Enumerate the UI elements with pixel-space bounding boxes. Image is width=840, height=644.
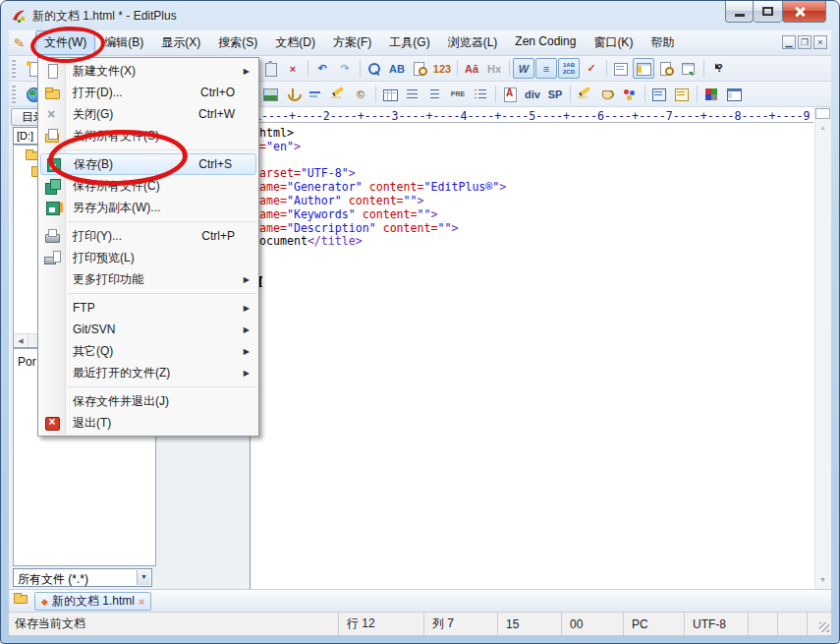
menubar-item[interactable]: 文档(D) xyxy=(266,30,324,55)
context-help-icon[interactable] xyxy=(707,58,729,79)
menubar-item[interactable]: 窗口(K) xyxy=(585,30,642,55)
scroll-up-icon[interactable]: ▲ xyxy=(815,120,830,135)
vertical-scrollbar[interactable]: ▲ ▼ xyxy=(814,107,831,589)
web-colors-icon[interactable] xyxy=(700,84,722,104)
maximize-button[interactable] xyxy=(754,1,782,23)
insert-table-icon[interactable] xyxy=(379,84,401,104)
split-handle[interactable] xyxy=(815,108,830,119)
paste-icon[interactable] xyxy=(259,58,281,79)
redo-icon[interactable]: ↷ xyxy=(334,58,356,79)
align-left-icon[interactable] xyxy=(402,84,423,104)
menu-item[interactable]: 最近打开的文件(Z)▶ xyxy=(38,362,258,383)
view-in-browser-icon[interactable] xyxy=(655,58,677,79)
menu-item[interactable]: FTP▶ xyxy=(38,297,258,319)
horizontal-rule-icon[interactable] xyxy=(305,84,326,104)
file-list-item[interactable]: Por xyxy=(18,355,36,369)
word-wrap-icon[interactable]: W xyxy=(513,58,534,79)
menubar-item[interactable]: 方案(F) xyxy=(324,30,380,55)
replace-icon[interactable]: AB xyxy=(386,58,408,79)
toolbar-separator xyxy=(457,60,458,77)
copyright-symbol-icon[interactable]: © xyxy=(350,84,371,104)
resize-grip[interactable] xyxy=(819,622,829,632)
scroll-down-icon[interactable]: ▼ xyxy=(815,572,830,587)
goto-line-icon[interactable]: 123 xyxy=(431,58,453,79)
anchor-icon[interactable] xyxy=(282,84,304,104)
scroll-left-icon[interactable]: ◀ xyxy=(14,334,28,347)
toolbar-grip[interactable] xyxy=(12,60,16,78)
menu-item[interactable]: 打开(D)...Ctrl+O xyxy=(38,82,258,103)
menu-item[interactable]: 关闭(G)Ctrl+W xyxy=(38,103,258,125)
span-tag-icon[interactable]: SP xyxy=(544,84,566,104)
menu-item[interactable]: 更多打印功能▶ xyxy=(38,268,258,290)
menu-item[interactable]: 新建文件(X)▶ xyxy=(38,60,258,82)
menu-item[interactable]: Git/SVN▶ xyxy=(38,319,258,340)
code-token: "" xyxy=(418,207,431,221)
code-token: arset= xyxy=(259,166,301,180)
insert-image-icon[interactable] xyxy=(259,84,281,104)
font-tag-icon[interactable] xyxy=(499,84,521,104)
chevron-down-icon[interactable]: ▼ xyxy=(137,570,150,585)
spell-check-icon[interactable]: ✓ xyxy=(581,58,602,79)
undo-icon[interactable]: ↶ xyxy=(311,58,333,79)
pre-tag-icon[interactable]: PRE xyxy=(447,84,469,104)
menu-item[interactable]: 其它(Q)▶ xyxy=(38,340,258,362)
saveas-menu-icon xyxy=(44,200,60,215)
menu-item[interactable]: 保存文件并退出(J) xyxy=(38,390,258,412)
toolbar-separator xyxy=(570,86,571,102)
code-token: > xyxy=(431,207,438,221)
menubar-item[interactable]: 显示(X) xyxy=(152,30,209,55)
hex-viewer-icon[interactable]: Hx xyxy=(483,58,505,79)
color-picker-icon[interactable] xyxy=(619,84,641,104)
file-filter-select[interactable]: 所有文件 (*.*) ▼ xyxy=(13,568,152,587)
code-line: ame="Description" content=""> xyxy=(259,221,458,235)
mdi-minimize-button[interactable]: ▁ xyxy=(782,35,796,49)
title-bar[interactable]: 新的文档 1.html * - EditPlus xyxy=(1,1,839,30)
toolbar-grip[interactable] xyxy=(12,86,16,103)
page-layout-icon[interactable] xyxy=(723,84,745,104)
search-icon[interactable] xyxy=(364,58,385,79)
list-tag-icon[interactable] xyxy=(470,84,491,104)
folder-icon[interactable] xyxy=(14,595,28,604)
code-token: > xyxy=(418,194,424,207)
align-center-icon[interactable] xyxy=(424,84,446,104)
tab-close-icon[interactable]: × xyxy=(139,596,144,608)
close-button[interactable] xyxy=(782,1,826,23)
code-editor[interactable]: 1----+----2----+----3----+----4----+----… xyxy=(250,107,831,589)
menubar-item[interactable]: 浏览器(L) xyxy=(439,30,507,55)
code-area[interactable]: html>="en">arset="UTF-8">ame="Generator"… xyxy=(259,126,813,589)
menubar-item[interactable]: 工具(G) xyxy=(380,30,438,55)
new-window-icon[interactable] xyxy=(678,58,700,79)
highlight-pen-icon[interactable] xyxy=(327,84,349,104)
find-in-files-icon[interactable] xyxy=(409,58,430,79)
delete-icon[interactable]: × xyxy=(282,58,304,79)
menu-item[interactable]: 另存为副本(W)... xyxy=(38,197,258,218)
status-segment: UTF-8 xyxy=(684,613,748,635)
mdi-close-button[interactable]: × xyxy=(813,35,827,49)
document-tab[interactable]: ◆ 新的文档 1.html × xyxy=(34,592,151,611)
code-token: ame= xyxy=(259,207,287,221)
auto-indent-icon[interactable]: ≡ xyxy=(535,58,557,79)
cliptext-panel-icon[interactable] xyxy=(610,58,632,79)
directory-panel-icon[interactable] xyxy=(633,58,654,79)
menu-item[interactable]: 打印预览(L) xyxy=(38,247,258,268)
font-size-icon[interactable]: Aā xyxy=(461,58,482,79)
toolbar-separator xyxy=(308,60,308,77)
menu-item[interactable]: 打印(Y)...Ctrl+P xyxy=(38,225,258,247)
saveall-menu-icon xyxy=(44,178,60,194)
minimize-button[interactable] xyxy=(725,1,754,23)
outline-yellow-icon[interactable] xyxy=(671,84,693,104)
menu-item[interactable]: 退出(T) xyxy=(38,412,258,434)
menubar-item[interactable]: Zen Coding xyxy=(506,30,585,55)
edit-tag-icon[interactable] xyxy=(574,84,595,104)
outline-blue-icon[interactable] xyxy=(648,84,670,104)
menu-item-label: Git/SVN xyxy=(73,322,115,336)
align-center-icon xyxy=(427,87,443,102)
mdi-restore-button[interactable]: ❐ xyxy=(798,35,812,49)
directory-panel-icon xyxy=(636,61,651,77)
menubar-item[interactable]: 帮助 xyxy=(642,30,683,55)
menubar-item[interactable]: 搜索(S) xyxy=(209,30,266,55)
div-tag-icon[interactable]: div xyxy=(522,84,543,104)
menu-item-label: 打开(D)... xyxy=(73,85,123,101)
css-style-icon[interactable] xyxy=(596,84,618,104)
auto-completion-icon[interactable]: 1AB2CD xyxy=(558,58,580,79)
